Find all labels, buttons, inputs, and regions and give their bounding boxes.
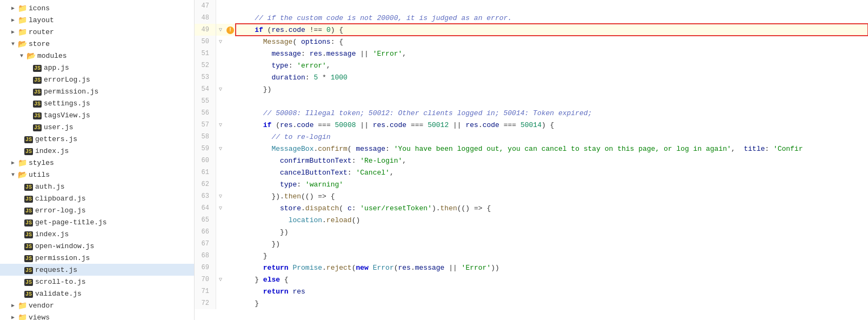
sidebar-item-label: index.js — [35, 147, 69, 155]
js-file-icon: JS — [24, 218, 34, 226]
sidebar-item-label: error-log.js — [35, 206, 86, 215]
sidebar-item-styles[interactable]: ▶ 📁 styles — [0, 157, 194, 169]
line-content: Message( options: { — [236, 36, 868, 48]
sidebar-item-views[interactable]: ▶ 📁 views — [0, 311, 194, 320]
sidebar-item-utils[interactable]: ▼ 📂 utils — [0, 169, 194, 181]
line-number: 70 — [195, 274, 216, 285]
code-editor: 47 48 // if the custom code is not 20000… — [195, 0, 868, 320]
folder-icon: 📁 — [17, 313, 27, 321]
sidebar-item-vendor[interactable]: ▶ 📁 vendor — [0, 299, 194, 311]
code-line-48: 48 // if the custom code is not 20000, i… — [195, 12, 868, 24]
sidebar-item-indexjs-utils[interactable]: JS index.js — [0, 228, 194, 240]
line-number: 51 — [195, 48, 216, 59]
fold-gutter[interactable]: ▽ — [216, 274, 225, 285]
js-file-icon: JS — [24, 265, 34, 274]
line-content: duration: 5 * 1000 — [236, 71, 868, 83]
code-line-61: 61 cancelButtonText: 'Cancel', — [195, 166, 868, 178]
line-gutter — [225, 178, 236, 190]
sidebar-item-label: app.js — [44, 64, 69, 72]
code-line-68: 68 } — [195, 250, 868, 262]
sidebar-item-icons[interactable]: ▶ 📁 icons — [0, 2, 194, 14]
fold-gutter[interactable] — [216, 250, 225, 262]
sidebar-item-authjs[interactable]: JS auth.js — [0, 181, 194, 192]
file-tree[interactable]: ▶ 📁 icons ▶ 📁 layout ▶ 📁 router ▼ 📂 stor… — [0, 0, 195, 320]
sidebar-item-label: auth.js — [35, 183, 65, 191]
folder-icon: 📁 — [17, 28, 27, 37]
line-gutter — [225, 143, 236, 155]
sidebar-item-router[interactable]: ▶ 📁 router — [0, 26, 194, 38]
sidebar-item-errorlogjs-utils[interactable]: JS error-log.js — [0, 204, 194, 216]
fold-gutter[interactable] — [216, 59, 225, 71]
fold-gutter[interactable]: ▽ — [216, 119, 225, 131]
code-line-59: 59 ▽ MessageBox.confirm( message: 'You h… — [195, 143, 868, 155]
sidebar-item-openwindowjs[interactable]: JS open-window.js — [0, 240, 194, 252]
line-gutter — [225, 226, 236, 238]
line-content: message: res.message || 'Error', — [236, 48, 868, 59]
fold-gutter[interactable] — [216, 71, 225, 83]
line-gutter — [225, 297, 236, 309]
line-content: } else { — [236, 274, 868, 285]
sidebar-item-appjs[interactable]: JS app.js — [0, 62, 194, 74]
sidebar-item-clipboardjs[interactable]: JS clipboard.js — [0, 192, 194, 204]
fold-gutter[interactable] — [216, 48, 225, 59]
line-gutter — [225, 214, 236, 226]
line-gutter — [225, 285, 236, 297]
code-line-51: 51 message: res.message || 'Error', — [195, 48, 868, 59]
fold-gutter[interactable] — [216, 107, 225, 119]
line-gutter — [225, 107, 236, 119]
fold-gutter[interactable] — [216, 95, 225, 107]
fold-gutter[interactable]: ▽ — [216, 202, 225, 214]
line-number: 61 — [195, 166, 216, 178]
sidebar-item-validatejs[interactable]: JS validate.js — [0, 288, 194, 299]
sidebar-item-indexjs-store[interactable]: JS index.js — [0, 145, 194, 157]
sidebar-item-permissionjs[interactable]: JS permission.js — [0, 85, 194, 97]
line-gutter: ! — [225, 24, 236, 36]
code-line-54: 54 ▽ }) — [195, 83, 868, 95]
sidebar-item-layout[interactable]: ▶ 📁 layout — [0, 14, 194, 26]
code-line-64: 64 ▽ store.dispatch( c: 'user/resetToken… — [195, 202, 868, 214]
fold-gutter[interactable] — [216, 297, 225, 309]
fold-gutter[interactable] — [216, 285, 225, 297]
sidebar-item-requestjs[interactable]: JS request.js — [0, 264, 194, 276]
line-gutter — [225, 131, 236, 143]
folder-open-icon: 📂 — [26, 51, 36, 61]
js-file-icon: JS — [24, 242, 34, 250]
fold-gutter[interactable] — [216, 0, 225, 12]
fold-gutter[interactable]: ▽ — [216, 36, 225, 48]
code-line-63: 63 ▽ }).then(() => { — [195, 190, 868, 202]
sidebar-item-errorlogjs[interactable]: JS errorLog.js — [0, 74, 194, 85]
sidebar-item-userjs[interactable]: JS user.js — [0, 121, 194, 133]
fold-gutter[interactable]: ▽ — [216, 143, 225, 155]
fold-gutter[interactable] — [216, 238, 225, 250]
fold-gutter[interactable]: ▽ — [216, 24, 225, 36]
sidebar-item-scrolltojs[interactable]: JS scroll-to.js — [0, 276, 194, 288]
sidebar-item-label: validate.js — [35, 290, 82, 298]
fold-gutter[interactable] — [216, 155, 225, 166]
line-content: return res — [236, 285, 868, 297]
js-file-icon: JS — [32, 87, 42, 96]
line-content: if (res.code === 50008 || res.code === 5… — [236, 119, 868, 131]
sidebar-item-tagsviewjs[interactable]: JS tagsView.js — [0, 109, 194, 121]
fold-gutter[interactable] — [216, 178, 225, 190]
sidebar-item-label: permission.js — [44, 88, 98, 96]
fold-gutter[interactable] — [216, 131, 225, 143]
fold-gutter[interactable]: ▽ — [216, 190, 225, 202]
fold-gutter[interactable] — [216, 214, 225, 226]
code-line-66: 66 }) — [195, 226, 868, 238]
fold-gutter[interactable] — [216, 226, 225, 238]
sidebar-item-permissionjs-utils[interactable]: JS permission.js — [0, 252, 194, 264]
code-line-53: 53 duration: 5 * 1000 — [195, 71, 868, 83]
fold-gutter[interactable] — [216, 166, 225, 178]
js-file-icon: JS — [32, 75, 42, 84]
chevron-right-icon: ▶ — [9, 159, 17, 166]
sidebar-item-settingsjs[interactable]: JS settings.js — [0, 97, 194, 109]
sidebar-item-store[interactable]: ▼ 📂 store — [0, 38, 194, 50]
fold-gutter[interactable]: ▽ — [216, 83, 225, 95]
sidebar-item-modules[interactable]: ▼ 📂 modules — [0, 50, 194, 62]
sidebar-item-gettersjs[interactable]: JS getters.js — [0, 133, 194, 145]
code-line-69: 69 return Promise.reject(new Error(res.m… — [195, 262, 868, 274]
fold-gutter[interactable] — [216, 262, 225, 274]
fold-gutter[interactable] — [216, 12, 225, 24]
line-content: confirmButtonText: 'Re-Login', — [236, 155, 868, 166]
sidebar-item-getpagetitlejs[interactable]: JS get-page-title.js — [0, 216, 194, 228]
